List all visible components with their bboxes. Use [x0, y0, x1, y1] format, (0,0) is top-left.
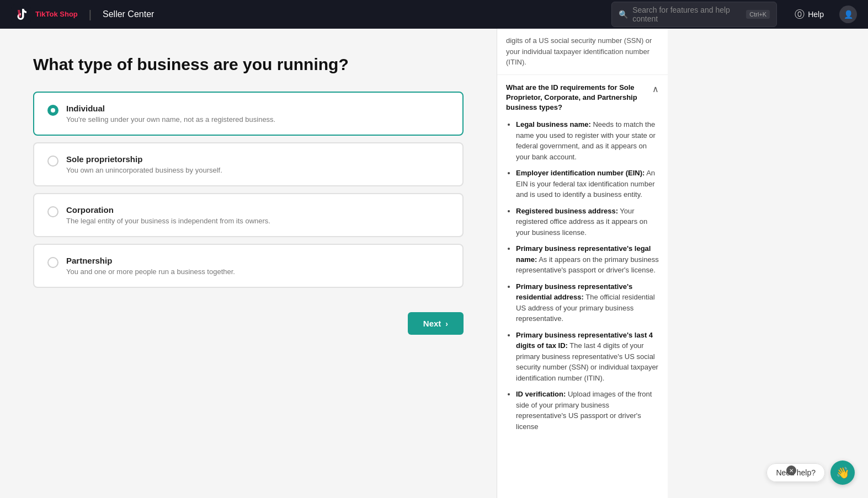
- user-avatar[interactable]: 👤: [839, 6, 857, 23]
- option-corp-desc: The legal entity of your business is ind…: [66, 217, 270, 225]
- option-corporation[interactable]: Corporation The legal entity of your bus…: [33, 193, 464, 237]
- left-content: What type of business are you running? I…: [0, 29, 497, 498]
- search-icon: 🔍: [619, 10, 628, 19]
- logo[interactable]: TikTok Shop: [11, 4, 78, 24]
- option-individual[interactable]: Individual You're selling under your own…: [33, 92, 464, 136]
- faded-text-content: digits of a US social security number (S…: [506, 36, 652, 66]
- list-item-legal-name-label: Legal business name:: [516, 120, 591, 128]
- list-item-id-verification: ID verification: Upload images of the fr…: [516, 389, 659, 432]
- radio-corporation: [47, 206, 58, 217]
- list-item-address: Registered business address: Your regist…: [516, 206, 659, 238]
- list-item-rep-address: Primary business representative's reside…: [516, 281, 659, 324]
- next-button-label: Next: [423, 319, 441, 328]
- list-item-rep-name-text: As it appears on the primary business re…: [516, 255, 659, 275]
- panel-section-header[interactable]: What are the ID requirements for Sole Pr…: [506, 83, 659, 113]
- next-arrow-icon: ›: [445, 319, 448, 328]
- avatar-icon: 👤: [844, 10, 853, 19]
- list-item-address-label: Registered business address:: [516, 207, 618, 215]
- search-bar[interactable]: 🔍 Search for features and help content C…: [611, 2, 777, 27]
- option-sole-proprietorship[interactable]: Sole proprietorship You own an unincorpo…: [33, 142, 464, 186]
- header-divider: |: [89, 8, 92, 21]
- option-partnership[interactable]: Partnership You and one or more people r…: [33, 244, 464, 288]
- radio-partnership: [47, 257, 58, 268]
- option-individual-title: Individual: [66, 104, 275, 113]
- help-label: Help: [808, 10, 824, 19]
- business-type-options: Individual You're selling under your own…: [33, 92, 464, 288]
- help-circle-icon: ⓪: [795, 8, 805, 21]
- option-sole-title: Sole proprietorship: [66, 154, 222, 164]
- right-panel: digits of a US social security number (S…: [497, 29, 668, 498]
- app-name-label: TikTok Shop: [35, 10, 78, 18]
- list-item-id-verification-label: ID verification:: [516, 390, 566, 398]
- seller-center-label: Seller Center: [103, 9, 154, 19]
- search-shortcut: Ctrl+K: [746, 10, 770, 19]
- main-container: What type of business are you running? I…: [0, 29, 868, 498]
- option-corp-title: Corporation: [66, 205, 270, 215]
- option-individual-desc: You're selling under your own name, not …: [66, 115, 275, 124]
- radio-individual: [47, 105, 58, 116]
- chat-open-button[interactable]: 👋: [830, 460, 855, 485]
- option-partner-desc: You and one or more people run a busines…: [66, 267, 235, 276]
- list-item-ein: Employer identification number (EIN): An…: [516, 168, 659, 200]
- header: TikTok Shop | Seller Center 🔍 Search for…: [0, 0, 868, 29]
- chat-close-button[interactable]: ✕: [786, 465, 796, 475]
- panel-faded-text: digits of a US social security number (S…: [497, 29, 668, 75]
- list-item-rep-name: Primary business representative's legal …: [516, 243, 659, 276]
- help-button[interactable]: ⓪ Help: [795, 8, 824, 21]
- panel-requirements-list: Legal business name: Needs to match the …: [506, 119, 659, 432]
- chevron-up-icon: ∧: [652, 84, 659, 94]
- panel-section-title: What are the ID requirements for Sole Pr…: [506, 83, 648, 113]
- option-partner-title: Partnership: [66, 256, 235, 265]
- next-button[interactable]: Next ›: [408, 312, 464, 335]
- option-sole-desc: You own an unincorporated business by yo…: [66, 166, 222, 174]
- search-placeholder: Search for features and help content: [632, 6, 742, 23]
- list-item-rep-taxid: Primary business representative's last 4…: [516, 330, 659, 384]
- list-item-ein-label: Employer identification number (EIN):: [516, 169, 645, 177]
- list-item-legal-name: Legal business name: Needs to match the …: [516, 119, 659, 162]
- page-title: What type of business are you running?: [33, 55, 464, 74]
- panel-section-id-requirements: What are the ID requirements for Sole Pr…: [497, 75, 668, 446]
- chat-label: Need help?: [766, 463, 825, 482]
- tiktok-shop-icon: [11, 4, 31, 24]
- chat-bubble: Need help? ✕ 👋: [766, 460, 855, 485]
- chat-wave-icon: 👋: [836, 466, 850, 479]
- radio-sole-proprietorship: [47, 156, 58, 167]
- next-row: Next ›: [33, 299, 464, 335]
- chat-label-container: Need help? ✕: [766, 468, 825, 478]
